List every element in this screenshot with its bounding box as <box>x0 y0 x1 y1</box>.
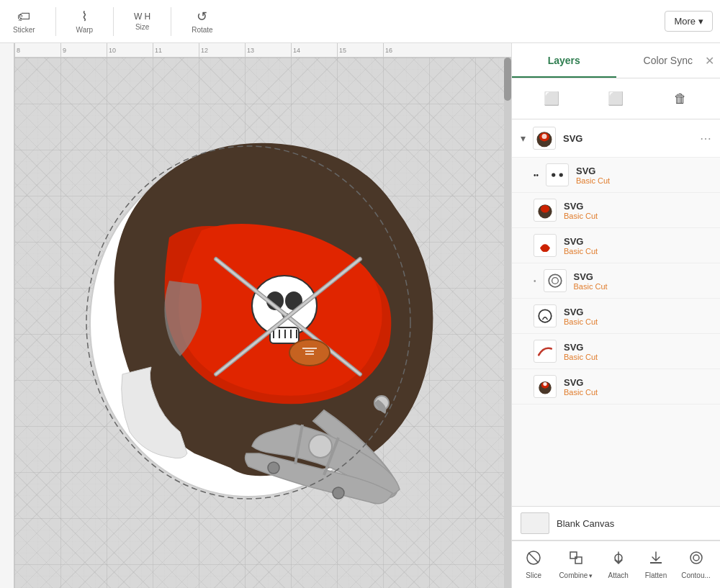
attach-button[interactable]: Attach <box>600 547 636 582</box>
combine-icon <box>568 550 584 569</box>
helmet-image[interactable] <box>58 101 446 518</box>
combine-button[interactable]: Combine ▾ <box>553 547 598 582</box>
layer-thumbnail <box>546 163 569 186</box>
layer-item-sub: Basic Cut <box>564 247 711 255</box>
vertical-scrollbar[interactable] <box>504 58 511 588</box>
ruler-mark: 10 <box>107 43 153 58</box>
ruler-mark: 8 <box>14 43 60 58</box>
warp-label: Warp <box>76 26 94 34</box>
layer-group-info: SVG <box>563 133 693 144</box>
sticker-label: Sticker <box>13 26 35 34</box>
layer-thumbnail <box>534 340 557 363</box>
layer-options-icon[interactable]: ⋯ <box>700 132 711 145</box>
layer-item-info: SVG Basic Cut <box>564 377 711 397</box>
ruler-mark: 14 <box>291 43 337 58</box>
sticker-icon: 🏷 <box>17 9 30 24</box>
layer-item-7[interactable]: SVG Basic Cut <box>512 369 720 404</box>
ruler-horizontal: 8 9 10 11 12 13 14 15 16 <box>0 43 511 58</box>
layer-item-sub: Basic Cut <box>576 176 711 185</box>
svg-point-21 <box>268 462 279 474</box>
contour-button[interactable]: Contou... <box>675 547 716 582</box>
more-button[interactable]: More ▾ <box>665 11 713 32</box>
svg-point-32 <box>549 274 562 287</box>
svg-point-20 <box>309 435 332 458</box>
ruler-vertical <box>0 43 14 588</box>
main-area: 8 9 10 11 12 13 14 15 16 <box>0 43 720 588</box>
svg-point-44 <box>690 552 702 564</box>
right-panel: Layers Color Sync ✕ ⬜ ⬜ 🗑 ▾ <box>511 43 720 588</box>
svg-point-22 <box>333 487 344 499</box>
layer-item-5[interactable]: SVG Basic Cut <box>512 299 720 334</box>
layer-thumbnail <box>533 127 556 150</box>
attach-label: Attach <box>608 571 629 579</box>
contour-icon <box>688 550 704 569</box>
sep3 <box>171 7 171 36</box>
sep2 <box>113 7 114 36</box>
layer-item-info: SVG Basic Cut <box>564 201 711 220</box>
ruler-mark: 13 <box>245 43 291 58</box>
blank-canvas-bar[interactable]: Blank Canvas <box>512 506 720 540</box>
layer-item-sub: Basic Cut <box>564 388 711 397</box>
combine-label-row: Combine ▾ <box>559 571 593 579</box>
layer-item-name: SVG <box>564 201 711 212</box>
svg-point-34 <box>539 309 552 322</box>
flatten-button[interactable]: Flatten <box>638 547 674 582</box>
layer-item-1[interactable]: •• SVG Basic Cut <box>512 158 720 193</box>
layer-item-info: SVG Basic Cut <box>574 271 711 291</box>
bottom-toolbar: Slice Combine ▾ <box>512 540 720 588</box>
layer-item-name: SVG <box>564 236 711 247</box>
svg-point-31 <box>541 205 549 213</box>
top-toolbar: 🏷 Sticker ⌇ Warp W H Size ↺ Rotate More … <box>0 0 720 43</box>
warp-tool[interactable]: ⌇ Warp <box>71 6 99 37</box>
layer-item-3[interactable]: SVG Basic Cut <box>512 228 720 263</box>
sticker-tool[interactable]: 🏷 Sticker <box>7 6 41 37</box>
layer-item-info: SVG Basic Cut <box>564 236 711 255</box>
layer-item-name: SVG <box>564 377 711 388</box>
layer-thumbnail <box>534 234 557 257</box>
size-icon-row: W H <box>134 12 150 22</box>
layer-item-sub: Basic Cut <box>574 282 711 291</box>
layer-item-name: SVG <box>576 166 711 176</box>
layers-list: ▾ SVG ⋯ •• <box>512 119 720 506</box>
layer-group-main[interactable]: ▾ SVG ⋯ <box>512 119 720 158</box>
size-tool[interactable]: W H Size <box>128 9 156 34</box>
svg-point-45 <box>693 555 699 561</box>
svg-point-14 <box>289 340 330 366</box>
scrollbar-thumb[interactable] <box>504 58 511 101</box>
tab-layers[interactable]: Layers <box>512 43 616 78</box>
layer-item-4[interactable]: • SVG Basic Cut <box>512 263 720 299</box>
layer-group-name: SVG <box>563 133 693 144</box>
chevron-down-icon: ▾ <box>521 132 526 144</box>
panel-tabs: Layers Color Sync ✕ <box>512 43 720 78</box>
svg-point-27 <box>542 134 547 139</box>
more-label: More <box>674 16 696 27</box>
rotate-tool[interactable]: ↺ Rotate <box>186 6 218 37</box>
canvas-area[interactable]: 8 9 10 11 12 13 14 15 16 <box>0 43 511 588</box>
ruler-mark: 15 <box>337 43 383 58</box>
blank-canvas-thumbnail <box>521 512 549 534</box>
more-chevron-icon: ▾ <box>698 16 703 27</box>
layer-item-sub: Basic Cut <box>564 212 711 220</box>
ruler-mark: 9 <box>60 43 107 58</box>
attach-icon <box>611 550 626 569</box>
ruler-mark: 11 <box>153 43 199 58</box>
layer-item-info: SVG Basic Cut <box>564 307 711 326</box>
layer-thumbnail <box>534 375 557 398</box>
layer-item-name: SVG <box>564 342 711 353</box>
panel-move-up-button[interactable]: ⬜ <box>539 86 564 112</box>
panel-delete-button[interactable]: 🗑 <box>667 86 693 112</box>
layer-item-info: SVG Basic Cut <box>564 342 711 361</box>
svg-point-28 <box>552 173 555 176</box>
layer-thumbnail <box>544 269 567 292</box>
layer-item-2[interactable]: SVG Basic Cut <box>512 193 720 228</box>
panel-move-down-button[interactable]: ⬜ <box>603 86 629 112</box>
slice-button[interactable]: Slice <box>516 547 552 582</box>
ruler-mark: 12 <box>199 43 245 58</box>
panel-close-button[interactable]: ✕ <box>705 54 714 68</box>
combine-label: Combine <box>559 571 588 579</box>
flatten-icon <box>648 550 664 569</box>
contour-label: Contou... <box>681 571 711 579</box>
svg-point-29 <box>559 173 563 176</box>
layer-thumbnail <box>534 304 557 327</box>
layer-item-6[interactable]: SVG Basic Cut <box>512 334 720 369</box>
